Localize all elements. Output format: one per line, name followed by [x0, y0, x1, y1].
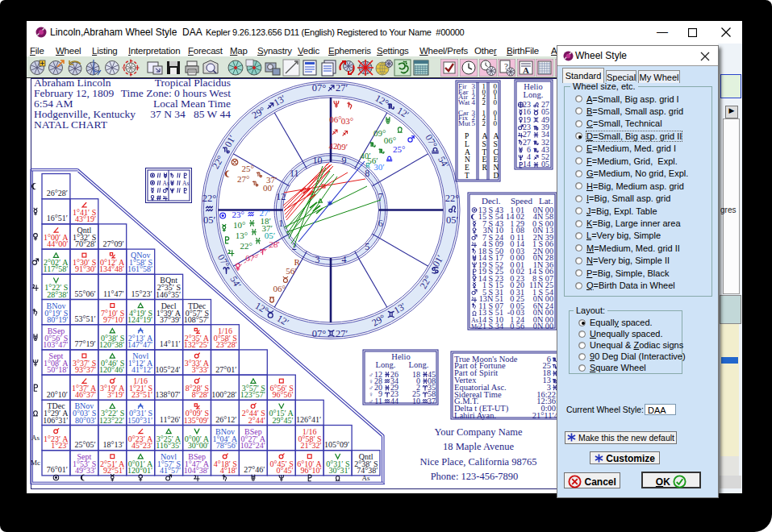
svg-text:0°45′: 0°45′: [277, 466, 294, 475]
svg-text:T: T: [482, 148, 487, 156]
svg-text:93°37′: 93°37′: [75, 365, 96, 374]
svg-text:124°19′: 124°19′: [127, 315, 152, 324]
svg-text:103°47′: 103°47′: [43, 340, 68, 349]
svg-text:100°28′: 100°28′: [211, 390, 236, 399]
svg-text:44: 44: [390, 397, 399, 405]
svg-text:Speed: Speed: [511, 196, 532, 206]
svg-text:29°45′: 29°45′: [273, 416, 294, 425]
svg-text:05′: 05′: [203, 214, 216, 226]
svg-text:44°00′: 44°00′: [47, 239, 68, 248]
svg-text:91°30′: 91°30′: [75, 264, 96, 273]
svg-text:15°23′: 15°23′: [131, 289, 152, 298]
svg-text:03°: 03°: [341, 116, 353, 126]
svg-text:R: R: [294, 257, 300, 267]
svg-text:R: R: [365, 161, 370, 169]
svg-text:10: 10: [412, 397, 420, 405]
svg-text:105°24′: 105°24′: [155, 365, 180, 374]
svg-text:16°51′: 16°51′: [47, 214, 68, 222]
svg-text:21°11′4: 21°11′4: [532, 411, 559, 420]
svg-text:123°57′: 123°57′: [240, 390, 265, 399]
svg-text:135°09′: 135°09′: [184, 416, 209, 425]
svg-text:30°31′: 30°31′: [328, 466, 349, 475]
svg-text:20°10′: 20°10′: [47, 390, 68, 399]
svg-text:108°57′: 108°57′: [184, 315, 209, 324]
svg-text:A: A: [482, 132, 488, 140]
svg-text:2°44′: 2°44′: [248, 416, 265, 425]
svg-text:22°: 22°: [445, 193, 460, 204]
svg-text:26°28′: 26°28′: [47, 189, 68, 197]
svg-text:Decl.: Decl.: [482, 196, 501, 206]
svg-text:N: N: [465, 156, 470, 164]
svg-text:23°28′: 23°28′: [216, 340, 237, 349]
svg-text:0N 00: 0N 00: [533, 322, 553, 330]
svg-text:0 56: 0 56: [510, 322, 524, 330]
svg-text:77°19′: 77°19′: [75, 339, 96, 348]
svg-text:104°38′: 104°38′: [184, 466, 209, 475]
svg-text:13°: 13°: [236, 231, 248, 240]
svg-text:30°00′: 30°00′: [188, 441, 209, 450]
svg-text:41°12′: 41°12′: [131, 365, 152, 374]
svg-text:Nice Place, California 98765: Nice Place, California 98765: [419, 456, 536, 468]
svg-text:126°41′: 126°41′: [296, 415, 321, 424]
svg-text:134°48′: 134°48′: [99, 264, 124, 273]
svg-text:3: 3: [315, 254, 319, 265]
svg-text:37 N 34 85 W 44: 37 N 34 85 W 44: [150, 108, 231, 120]
svg-text:78°56′: 78°56′: [216, 441, 237, 450]
svg-text:56′: 56′: [286, 266, 296, 276]
svg-text:97°10′: 97°10′: [103, 315, 124, 324]
svg-text:105°09′: 105°09′: [324, 440, 349, 449]
svg-text:NATAL CHART: NATAL CHART: [34, 118, 108, 131]
svg-text:N: N: [494, 164, 499, 172]
svg-text:E: E: [494, 156, 499, 164]
svg-text:8: 8: [365, 168, 369, 179]
svg-text:06°: 06°: [273, 284, 286, 293]
svg-text:Lahiri Ayan.: Lahiri Ayan.: [454, 411, 496, 420]
svg-text:2: 2: [482, 119, 486, 127]
svg-text:28′: 28′: [269, 239, 279, 249]
svg-text:E: E: [465, 164, 469, 172]
svg-text:10: 10: [312, 155, 322, 166]
svg-text:3°19′: 3°19′: [107, 390, 124, 399]
svg-text:45°23′: 45°23′: [131, 441, 152, 450]
svg-text:09′: 09′: [337, 142, 348, 152]
svg-text:53°51′: 53°51′: [75, 314, 96, 323]
svg-text:106°31′: 106°31′: [43, 416, 68, 425]
svg-text:Long.: Long.: [409, 360, 429, 369]
svg-text:Mut: Mut: [458, 119, 471, 127]
svg-text:4: 4: [472, 98, 476, 106]
svg-text:116°35′: 116°35′: [156, 441, 181, 450]
svg-text:37°39′: 37°39′: [160, 315, 181, 324]
svg-text:123°22′: 123°22′: [99, 416, 124, 425]
svg-text:14°11′: 14°11′: [160, 339, 181, 348]
svg-text:27′: 27′: [336, 328, 348, 339]
svg-text:96°56′: 96°56′: [273, 390, 294, 399]
svg-text:A: A: [465, 148, 470, 156]
svg-text:9: 9: [342, 155, 347, 166]
svg-text:0: 0: [494, 119, 498, 127]
svg-text:21 S 34: 21 S 34: [478, 322, 503, 330]
svg-text:41°57′: 41°57′: [160, 466, 181, 475]
svg-text:5: 5: [365, 241, 369, 252]
svg-text:18 Maple Avenue: 18 Maple Avenue: [443, 441, 514, 452]
svg-text:21°32′: 21°32′: [301, 441, 322, 450]
svg-text:138°07′: 138°07′: [155, 390, 180, 399]
svg-text:Long.: Long.: [376, 360, 396, 369]
svg-text:5: 5: [472, 119, 476, 127]
svg-text:14: 14: [523, 160, 531, 168]
svg-text:92°51′: 92°51′: [103, 466, 124, 475]
svg-text:18°13′: 18°13′: [103, 440, 124, 449]
svg-text:27°01′: 27°01′: [215, 365, 236, 374]
svg-text:2: 2: [482, 98, 486, 106]
svg-text:22°: 22°: [202, 193, 217, 204]
svg-text:P: P: [465, 132, 469, 140]
svg-text:C: C: [494, 148, 499, 156]
svg-text:05′: 05′: [446, 214, 459, 226]
svg-text:76°01′: 76°01′: [47, 465, 68, 474]
svg-text:22°: 22°: [240, 241, 252, 251]
svg-text:Mc: Mc: [31, 459, 40, 467]
svg-text:27°09′: 27°09′: [103, 239, 124, 248]
svg-text:117°58′: 117°58′: [44, 264, 69, 273]
svg-text:120°01′: 120°01′: [127, 466, 152, 475]
svg-text:96°10′: 96°10′: [301, 466, 322, 475]
svg-text:28°38′: 28°38′: [47, 290, 68, 299]
